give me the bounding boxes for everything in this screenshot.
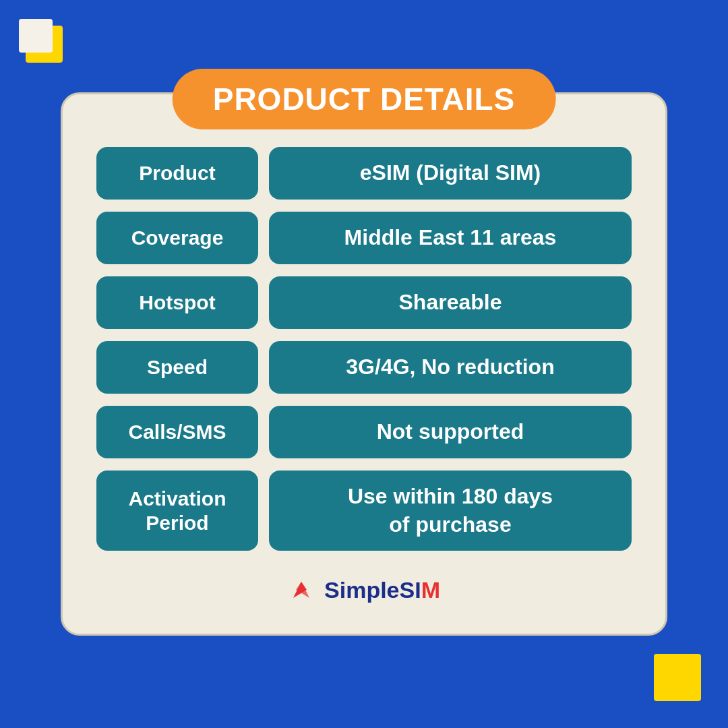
simplesim-logo-icon bbox=[288, 576, 315, 603]
label-text: Product bbox=[139, 161, 215, 185]
label-activation-period: Activation Period bbox=[96, 471, 258, 551]
brand-footer: SimpleSIM bbox=[288, 576, 440, 603]
table-row: Speed 3G/4G, No reduction bbox=[96, 341, 632, 394]
label-text: Speed bbox=[147, 355, 208, 380]
value-speed: 3G/4G, No reduction bbox=[269, 341, 632, 394]
table-row: Calls/SMS Not supported bbox=[96, 406, 632, 458]
label-speed: Speed bbox=[96, 341, 258, 394]
table-row: Activation Period Use within 180 days of… bbox=[96, 471, 632, 551]
label-product: Product bbox=[96, 147, 258, 200]
label-calls-sms: Calls/SMS bbox=[96, 406, 258, 458]
label-hotspot: Hotspot bbox=[96, 276, 258, 329]
table-row: Hotspot Shareable bbox=[96, 276, 632, 329]
label-coverage: Coverage bbox=[96, 212, 258, 264]
value-activation-period: Use within 180 days of purchase bbox=[269, 471, 632, 551]
label-text: Coverage bbox=[131, 226, 224, 250]
corner-decoration-bottom-right bbox=[654, 654, 701, 701]
brand-name: SimpleSIM bbox=[324, 577, 440, 603]
value-product: eSIM (Digital SIM) bbox=[269, 147, 632, 200]
value-text: Middle East 11 areas bbox=[344, 224, 557, 252]
value-text: Not supported bbox=[377, 418, 524, 446]
value-text: Shareable bbox=[399, 289, 502, 317]
title-badge: PRODUCT DETAILS bbox=[173, 69, 556, 129]
main-card: PRODUCT DETAILS Product eSIM (Digital SI… bbox=[61, 92, 667, 636]
brand-name-simple: SimpleSI bbox=[324, 577, 421, 603]
value-hotspot: Shareable bbox=[269, 276, 632, 329]
label-text: Activation Period bbox=[128, 487, 226, 535]
page-title: PRODUCT DETAILS bbox=[213, 82, 516, 117]
value-text: 3G/4G, No reduction bbox=[346, 353, 554, 382]
table-row: Product eSIM (Digital SIM) bbox=[96, 147, 632, 200]
square-front bbox=[19, 19, 53, 53]
value-text: eSIM (Digital SIM) bbox=[360, 159, 541, 187]
value-calls-sms: Not supported bbox=[269, 406, 632, 458]
detail-rows-container: Product eSIM (Digital SIM) Coverage Midd… bbox=[96, 147, 632, 551]
value-text: Use within 180 days of purchase bbox=[348, 483, 553, 539]
brand-name-m: M bbox=[421, 577, 440, 603]
label-text: Hotspot bbox=[139, 291, 215, 315]
value-coverage: Middle East 11 areas bbox=[269, 212, 632, 264]
table-row: Coverage Middle East 11 areas bbox=[96, 212, 632, 264]
corner-decoration-top-left bbox=[19, 19, 73, 73]
label-text: Calls/SMS bbox=[128, 420, 226, 444]
